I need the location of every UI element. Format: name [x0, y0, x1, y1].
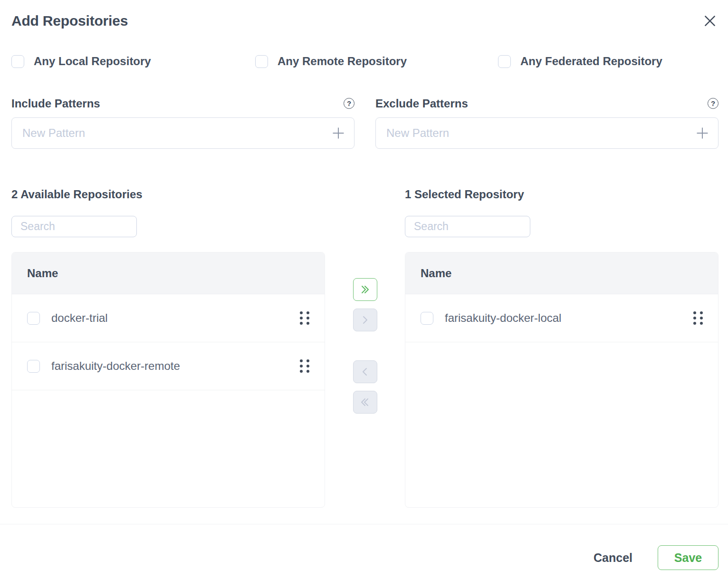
include-pattern-input[interactable] [11, 117, 354, 149]
dialog-footer: Cancel Save [0, 524, 728, 570]
any-local-repository-label: Any Local Repository [34, 55, 151, 68]
table-row[interactable]: farisakuity-docker-local [405, 294, 718, 342]
selected-table-header: Name [405, 252, 718, 294]
repo-type-filter-row: Any Local Repository Any Remote Reposito… [11, 55, 718, 68]
any-federated-repository-label: Any Federated Repository [520, 55, 662, 68]
transfer-buttons [325, 187, 405, 508]
any-remote-repository-checkbox[interactable] [255, 55, 268, 68]
add-include-pattern-button[interactable] [330, 125, 347, 142]
any-federated-repository-checkbox[interactable] [498, 55, 511, 68]
drag-handle-icon[interactable] [300, 359, 309, 373]
include-patterns-label: Include Patterns [11, 97, 100, 110]
exclude-patterns-help-icon[interactable]: ? [708, 98, 718, 109]
available-repositories-table: Name docker-trial farisakuity-docker-rem… [11, 252, 325, 508]
exclude-patterns-label: Exclude Patterns [375, 97, 468, 110]
drag-handle-icon[interactable] [300, 311, 309, 325]
name-column-header: Name [421, 267, 451, 280]
move-all-left-button[interactable] [353, 391, 377, 414]
repo-name: docker-trial [51, 311, 108, 325]
include-patterns-group: Include Patterns ? [11, 97, 354, 149]
move-right-button[interactable] [353, 309, 377, 331]
move-all-right-button[interactable] [353, 278, 377, 301]
chevron-double-right-icon [359, 283, 371, 296]
dialog-header: Add Repositories [11, 0, 718, 29]
selected-repositories-heading: 1 Selected Repository [405, 187, 718, 201]
filter-any-federated-repository: Any Federated Repository [498, 55, 718, 68]
selected-search-input[interactable] [405, 216, 530, 237]
available-search-input[interactable] [11, 216, 137, 237]
selected-repositories-panel: 1 Selected Repository Name farisakuity-d… [405, 187, 718, 508]
chevron-right-icon [359, 314, 371, 326]
save-button[interactable]: Save [658, 545, 718, 570]
available-table-header: Name [12, 252, 325, 294]
table-row[interactable]: docker-trial [12, 294, 325, 342]
chevron-left-icon [359, 366, 371, 378]
filter-any-remote-repository: Any Remote Repository [255, 55, 498, 68]
plus-icon [695, 126, 709, 140]
available-repositories-heading: 2 Available Repositories [11, 187, 325, 201]
any-remote-repository-label: Any Remote Repository [278, 55, 407, 68]
filter-any-local-repository: Any Local Repository [11, 55, 255, 68]
repository-transfer-section: 2 Available Repositories Name docker-tri… [11, 187, 718, 508]
close-icon [702, 13, 718, 29]
exclude-pattern-input[interactable] [375, 117, 718, 149]
table-row[interactable]: farisakuity-docker-remote [12, 342, 325, 390]
row-checkbox[interactable] [27, 360, 40, 373]
exclude-patterns-group: Exclude Patterns ? [375, 97, 718, 149]
cancel-button[interactable]: Cancel [594, 551, 632, 565]
repo-name: farisakuity-docker-local [445, 311, 561, 325]
drag-handle-icon[interactable] [693, 311, 703, 325]
chevron-double-left-icon [359, 396, 371, 408]
available-repositories-panel: 2 Available Repositories Name docker-tri… [11, 187, 325, 508]
add-repositories-dialog: Add Repositories Any Local Repository An… [0, 0, 728, 508]
page-title: Add Repositories [11, 12, 128, 29]
row-checkbox[interactable] [421, 312, 433, 325]
any-local-repository-checkbox[interactable] [11, 55, 24, 68]
plus-icon [331, 126, 345, 140]
add-exclude-pattern-button[interactable] [694, 125, 711, 142]
name-column-header: Name [27, 267, 58, 280]
include-patterns-help-icon[interactable]: ? [344, 98, 354, 109]
move-left-button[interactable] [353, 360, 377, 383]
row-checkbox[interactable] [27, 312, 40, 325]
repo-name: farisakuity-docker-remote [51, 359, 180, 373]
patterns-section: Include Patterns ? Exclude Patterns ? [11, 97, 718, 149]
selected-repositories-table: Name farisakuity-docker-local [405, 252, 718, 508]
close-button[interactable] [701, 12, 718, 29]
